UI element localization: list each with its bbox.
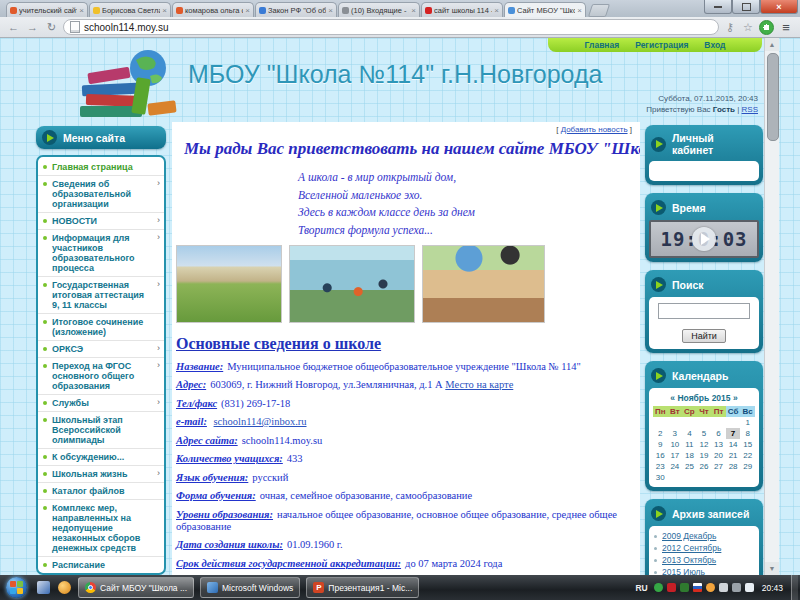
bookmark-star-icon[interactable]: ☆: [741, 21, 755, 34]
calendar-day[interactable]: 28: [726, 461, 741, 472]
taskbar-button[interactable]: Microsoft Windows: [200, 577, 300, 598]
tab-close-icon[interactable]: ×: [411, 7, 416, 14]
map-link[interactable]: Место на карте: [445, 379, 513, 390]
scroll-up-icon[interactable]: ▲: [765, 38, 779, 51]
browser-tab[interactable]: Закон РФ "Об обр...×: [255, 2, 337, 17]
browser-tab[interactable]: Сайт МБОУ "Шко...×: [504, 2, 586, 17]
forward-icon[interactable]: →: [25, 20, 40, 35]
calendar-day[interactable]: 7: [726, 428, 741, 439]
email-link[interactable]: schooln114@inbox.ru: [214, 416, 307, 427]
tray-icon-volume[interactable]: [719, 583, 728, 592]
browser-tab[interactable]: Борисова Светла...×: [89, 2, 171, 17]
calendar-day[interactable]: 29: [740, 461, 755, 472]
browser-tab[interactable]: учительский сайт×: [6, 2, 88, 17]
calendar-day[interactable]: 12: [697, 439, 712, 450]
new-tab-button[interactable]: [588, 4, 610, 17]
calendar-day[interactable]: 24: [668, 461, 683, 472]
calendar-day[interactable]: 20: [711, 450, 726, 461]
language-indicator[interactable]: RU: [635, 583, 647, 593]
tray-icon-action-flag[interactable]: [745, 583, 754, 592]
calendar-day[interactable]: 21: [726, 450, 741, 461]
calendar-day[interactable]: 17: [668, 450, 683, 461]
key-icon[interactable]: ⚷: [723, 21, 737, 34]
calendar-day[interactable]: 25: [682, 461, 697, 472]
search-input[interactable]: [658, 303, 750, 319]
rss-link[interactable]: RSS: [742, 105, 758, 114]
archive-link[interactable]: 2009 Декабрь: [662, 531, 716, 541]
browser-menu-icon[interactable]: ≡: [778, 20, 794, 35]
quick-launch-icon-blue[interactable]: [37, 581, 50, 594]
url-text[interactable]: schooln114.moy.su: [84, 22, 169, 33]
sidebar-item[interactable]: Школьный этап Всероссийской олимпиады: [38, 412, 164, 449]
quick-launch-icon-orange[interactable]: [58, 581, 71, 594]
scroll-down-icon[interactable]: ▼: [765, 562, 779, 575]
sidebar-item[interactable]: Главная страница: [38, 159, 164, 176]
tray-icon-antivirus[interactable]: [654, 583, 663, 592]
calendar-day[interactable]: 11: [682, 439, 697, 450]
calendar-day[interactable]: 10: [668, 439, 683, 450]
calendar-day[interactable]: 18: [682, 450, 697, 461]
sidebar-item[interactable]: Школьная жизнь›: [38, 466, 164, 483]
calendar-day[interactable]: 8: [740, 428, 755, 439]
tray-icon-adobe-reader[interactable]: [667, 583, 676, 592]
sidebar-item[interactable]: Сведения об образовательной организации›: [38, 176, 164, 213]
tray-icon-messenger[interactable]: [706, 583, 715, 592]
calendar-day[interactable]: 23: [653, 461, 668, 472]
sidebar-item[interactable]: Службы›: [38, 395, 164, 412]
calendar-day[interactable]: 19: [697, 450, 712, 461]
sidebar-item[interactable]: Информация для участников образовательно…: [38, 230, 164, 277]
sidebar-item[interactable]: Переход на ФГОС основного общего образов…: [38, 358, 164, 395]
calendar-day[interactable]: 1: [740, 417, 755, 428]
play-icon[interactable]: [692, 227, 716, 251]
browser-tab[interactable]: комарова ольга с...×: [172, 2, 254, 17]
back-icon[interactable]: ←: [6, 20, 21, 35]
personal-cabinet-body[interactable]: [649, 161, 759, 181]
close-button[interactable]: ×: [760, 0, 798, 14]
calendar-day[interactable]: 3: [668, 428, 683, 439]
calendar-day[interactable]: 9: [653, 439, 668, 450]
calendar-day[interactable]: 22: [740, 450, 755, 461]
search-button[interactable]: Найти: [682, 329, 726, 343]
calendar-day[interactable]: 5: [697, 428, 712, 439]
scrollbar-thumb[interactable]: [767, 53, 779, 141]
tray-icon-network[interactable]: [732, 583, 741, 592]
taskbar-button[interactable]: PПрезентация1 - Mic...: [306, 577, 419, 598]
sidebar-item[interactable]: Комплекс мер, направленных на недопущени…: [38, 500, 164, 557]
reload-icon[interactable]: ↻: [44, 20, 59, 35]
taskbar-button[interactable]: Сайт МБОУ "Школа ...: [78, 577, 194, 598]
sidebar-item[interactable]: Расписание: [38, 557, 164, 574]
tab-close-icon[interactable]: ×: [577, 7, 582, 14]
vertical-scrollbar[interactable]: ▲ ▼: [764, 38, 779, 575]
calendar-day[interactable]: 2: [653, 428, 668, 439]
calendar-day[interactable]: 30: [653, 472, 668, 483]
calendar-day[interactable]: 15: [740, 439, 755, 450]
tab-close-icon[interactable]: ×: [494, 7, 499, 14]
tray-icon-nvidia[interactable]: [680, 583, 689, 592]
calendar-day[interactable]: 13: [711, 439, 726, 450]
sidebar-item[interactable]: ОРКСЭ›: [38, 341, 164, 358]
archive-link[interactable]: 2012 Сентябрь: [662, 543, 721, 553]
calendar-day[interactable]: 4: [682, 428, 697, 439]
tray-icon-ru-flag[interactable]: [693, 583, 702, 592]
sidebar-item[interactable]: Государственная итоговая аттестация 9, 1…: [38, 277, 164, 314]
tab-close-icon[interactable]: ×: [162, 7, 167, 14]
sidebar-item[interactable]: К обсуждению...: [38, 449, 164, 466]
sidebar-item[interactable]: НОВОСТИ›: [38, 213, 164, 230]
calendar-day[interactable]: 16: [653, 450, 668, 461]
calendar-day[interactable]: 6: [711, 428, 726, 439]
archive-link[interactable]: 2015 Июль: [662, 567, 705, 575]
tab-close-icon[interactable]: ×: [79, 7, 84, 14]
sidebar-item[interactable]: Каталог файлов: [38, 483, 164, 500]
calendar-day[interactable]: 14: [726, 439, 741, 450]
archive-link[interactable]: 2013 Октябрь: [662, 555, 716, 565]
start-button[interactable]: [6, 577, 27, 598]
topnav-link-1[interactable]: Регистрация: [635, 40, 688, 50]
calendar-month-nav[interactable]: « Ноябрь 2015 »: [653, 393, 755, 403]
sidebar-item[interactable]: Итоговое сочинение (изложение): [38, 314, 164, 341]
browser-tab[interactable]: сайт школы 114 -×: [421, 2, 503, 17]
tab-close-icon[interactable]: ×: [328, 7, 333, 14]
browser-tab[interactable]: (10) Входящие - ...×: [338, 2, 420, 17]
maximize-button[interactable]: [732, 0, 760, 14]
minimize-button[interactable]: [704, 0, 732, 14]
tab-close-icon[interactable]: ×: [245, 7, 250, 14]
